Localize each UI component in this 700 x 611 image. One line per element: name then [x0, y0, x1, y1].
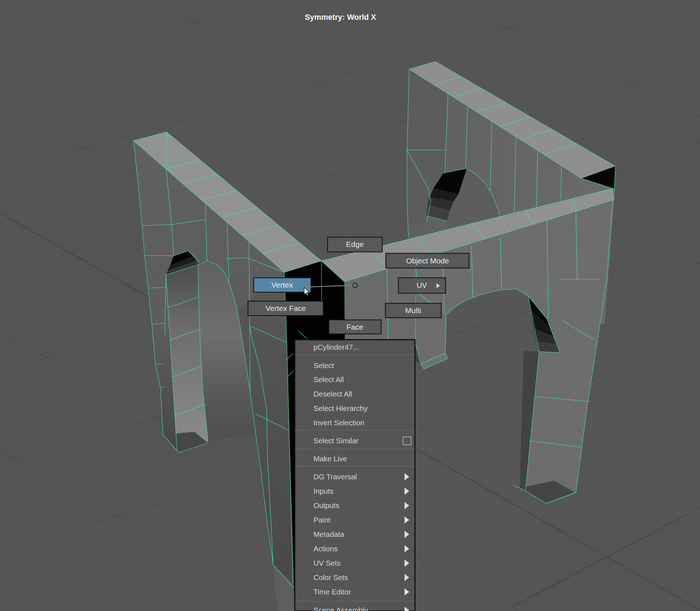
svg-text:UV: UV	[416, 281, 427, 289]
svg-text:Select Similar: Select Similar	[313, 436, 358, 445]
svg-text:Color Sets: Color Sets	[313, 573, 348, 581]
svg-text:Metadata: Metadata	[313, 530, 344, 538]
svg-text:Vertex Face: Vertex Face	[266, 304, 306, 312]
svg-text:Select Hierarchy: Select Hierarchy	[313, 404, 368, 412]
svg-text:UV Sets: UV Sets	[313, 559, 340, 567]
svg-text:pCylinder47...: pCylinder47...	[313, 343, 359, 351]
svg-text:Make Live: Make Live	[313, 454, 347, 463]
svg-text:Edge: Edge	[346, 240, 363, 248]
svg-text:Object Mode: Object Mode	[406, 257, 449, 265]
svg-text:Vertex: Vertex	[271, 281, 293, 289]
svg-text:Actions: Actions	[313, 544, 338, 553]
svg-text:Select: Select	[313, 361, 334, 370]
svg-text:Symmetry: World X: Symmetry: World X	[305, 13, 376, 22]
svg-text:Deselect All: Deselect All	[313, 390, 352, 398]
svg-text:Multi: Multi	[405, 306, 421, 314]
svg-text:Scene Assembly: Scene Assembly	[313, 606, 368, 611]
svg-text:Invert Selection: Invert Selection	[313, 418, 364, 427]
svg-text:Inputs: Inputs	[313, 487, 334, 495]
svg-text:Outputs: Outputs	[313, 501, 339, 510]
svg-text:Paint: Paint	[313, 516, 330, 524]
svg-text:Time Editor: Time Editor	[313, 588, 351, 596]
svg-text:Select All: Select All	[313, 375, 344, 384]
svg-text:DG Traversal: DG Traversal	[313, 472, 357, 481]
svg-text:Face: Face	[347, 323, 363, 331]
